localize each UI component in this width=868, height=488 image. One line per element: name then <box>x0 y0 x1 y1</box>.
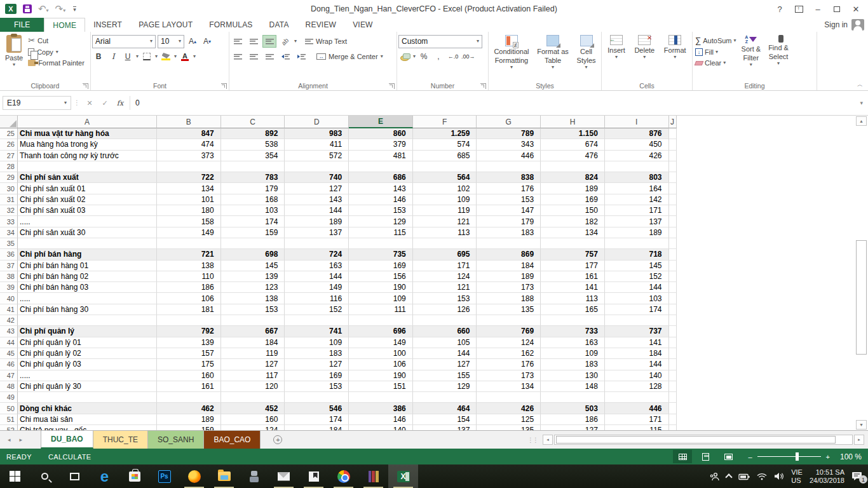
cell-H38[interactable]: 161 <box>541 271 605 282</box>
cell-H35[interactable] <box>541 238 605 249</box>
cell-G33[interactable]: 179 <box>477 216 541 227</box>
cell-F29[interactable]: 564 <box>413 172 477 183</box>
cell-B52[interactable]: 159 <box>157 425 221 430</box>
cell-A35[interactable] <box>18 238 157 249</box>
cell-H46[interactable]: 183 <box>541 359 605 370</box>
cell-G35[interactable] <box>477 238 541 249</box>
cell-J39[interactable] <box>669 282 677 293</box>
cell-D27[interactable]: 572 <box>285 151 349 161</box>
cell-I51[interactable]: 171 <box>605 414 669 425</box>
row-header-46[interactable]: 46 <box>0 359 18 370</box>
clock[interactable]: 10:51 SA 24/03/2018 <box>810 468 844 485</box>
cell-I45[interactable]: 184 <box>605 348 669 359</box>
cell-C30[interactable]: 179 <box>221 183 285 194</box>
cell-D45[interactable]: 183 <box>285 348 349 359</box>
row-header-31[interactable]: 31 <box>0 194 18 205</box>
column-header-A[interactable]: A <box>18 116 157 128</box>
cell-B36[interactable]: 721 <box>157 249 221 260</box>
tab-home[interactable]: HOME <box>44 18 85 32</box>
cell-I25[interactable]: 876 <box>605 128 669 139</box>
customize-qat-icon[interactable]: ▾ <box>73 6 76 12</box>
cell-I26[interactable]: 450 <box>605 139 669 150</box>
row-header-47[interactable]: 47 <box>0 370 18 381</box>
task-view-button[interactable] <box>60 464 90 488</box>
cell-H47[interactable]: 130 <box>541 370 605 381</box>
zoom-out-button[interactable]: – <box>748 453 752 461</box>
cell-F35[interactable] <box>413 238 477 249</box>
collapse-ribbon-icon[interactable]: ︿ <box>857 81 863 89</box>
percent-style-button[interactable]: % <box>417 50 430 64</box>
sheet-tab-thuc_te[interactable]: THUC_TE <box>93 431 148 449</box>
cell-F45[interactable]: 144 <box>413 348 477 359</box>
cell-F32[interactable]: 119 <box>413 205 477 216</box>
expand-formula-bar-icon[interactable]: ▾ <box>860 100 865 106</box>
sheet-tab-so_sanh[interactable]: SO_SANH <box>148 431 204 449</box>
row-header-45[interactable]: 45 <box>0 348 18 359</box>
cell-B39[interactable]: 186 <box>157 282 221 293</box>
cell-H36[interactable]: 757 <box>541 249 605 260</box>
cell-D35[interactable] <box>285 238 349 249</box>
taskbar-firefox[interactable] <box>179 464 209 488</box>
redo-button[interactable]: ↷▾ <box>55 4 66 14</box>
cell-I34[interactable]: 189 <box>605 227 669 238</box>
cell-A44[interactable]: Chi phí quản lý 01 <box>18 337 157 348</box>
cell-D31[interactable]: 143 <box>285 194 349 205</box>
column-header-G[interactable]: G <box>477 116 541 128</box>
row-header-48[interactable]: 48 <box>0 381 18 392</box>
cell-I36[interactable]: 718 <box>605 249 669 260</box>
people-icon[interactable] <box>709 472 719 481</box>
cell-D49[interactable] <box>285 392 349 403</box>
cell-D46[interactable]: 127 <box>285 359 349 370</box>
cell-H52[interactable]: 127 <box>541 425 605 430</box>
cell-A25[interactable]: Chi mua vật tư hàng hóa <box>18 128 157 139</box>
horizontal-scroll-thumb[interactable] <box>556 436 836 444</box>
cell-H28[interactable] <box>541 161 605 172</box>
cell-H51[interactable]: 186 <box>541 414 605 425</box>
cell-E30[interactable]: 143 <box>349 183 413 194</box>
top-align-button[interactable] <box>231 35 245 48</box>
column-header-E[interactable]: E <box>349 116 413 128</box>
cell-E27[interactable]: 481 <box>349 151 413 161</box>
cell-F37[interactable]: 171 <box>413 261 477 271</box>
volume-icon[interactable] <box>774 472 784 480</box>
cell-J43[interactable] <box>669 326 677 337</box>
paste-button[interactable]: Paste▾ <box>1 34 27 81</box>
cell-A42[interactable] <box>18 315 157 326</box>
cell-B43[interactable]: 792 <box>157 326 221 337</box>
cell-I40[interactable]: 103 <box>605 293 669 304</box>
cell-A37[interactable]: Chi phí bán hàng 01 <box>18 261 157 271</box>
cell-F25[interactable]: 1.259 <box>413 128 477 139</box>
cell-J48[interactable] <box>669 381 677 392</box>
font-name-combo[interactable]: Arial▾ <box>92 35 156 48</box>
zoom-in-button[interactable]: + <box>826 453 830 461</box>
cell-A31[interactable]: Chi phí sản xuất 02 <box>18 194 157 205</box>
cell-E43[interactable]: 696 <box>349 326 413 337</box>
cell-C40[interactable]: 138 <box>221 293 285 304</box>
cell-A32[interactable]: Chi phí sản xuất 03 <box>18 205 157 216</box>
cell-J30[interactable] <box>669 183 677 194</box>
cell-J35[interactable] <box>669 238 677 249</box>
cell-B32[interactable]: 180 <box>157 205 221 216</box>
underline-button[interactable]: U <box>121 50 134 64</box>
cell-I47[interactable]: 140 <box>605 370 669 381</box>
row-header-29[interactable]: 29 <box>0 172 18 183</box>
cell-G37[interactable]: 184 <box>477 261 541 271</box>
cell-I37[interactable]: 145 <box>605 261 669 271</box>
cell-C34[interactable]: 159 <box>221 227 285 238</box>
cell-E42[interactable] <box>349 315 413 326</box>
cell-E33[interactable]: 129 <box>349 216 413 227</box>
start-button[interactable] <box>0 464 30 488</box>
cell-B31[interactable]: 101 <box>157 194 221 205</box>
cell-E37[interactable]: 169 <box>349 261 413 271</box>
normal-view-button[interactable] <box>673 450 692 463</box>
cell-H32[interactable]: 150 <box>541 205 605 216</box>
conditional-formatting-button[interactable]: ConditionalFormatting▾ <box>490 34 532 81</box>
cell-A47[interactable]: ..... <box>18 370 157 381</box>
cell-C27[interactable]: 354 <box>221 151 285 161</box>
cell-F36[interactable]: 695 <box>413 249 477 260</box>
cell-D29[interactable]: 740 <box>285 172 349 183</box>
merge-center-button[interactable]: ↔Merge & Center▾ <box>315 52 384 61</box>
row-header-43[interactable]: 43 <box>0 326 18 337</box>
cell-styles-button[interactable]: CellStyles▾ <box>573 34 600 81</box>
cell-H49[interactable] <box>541 392 605 403</box>
